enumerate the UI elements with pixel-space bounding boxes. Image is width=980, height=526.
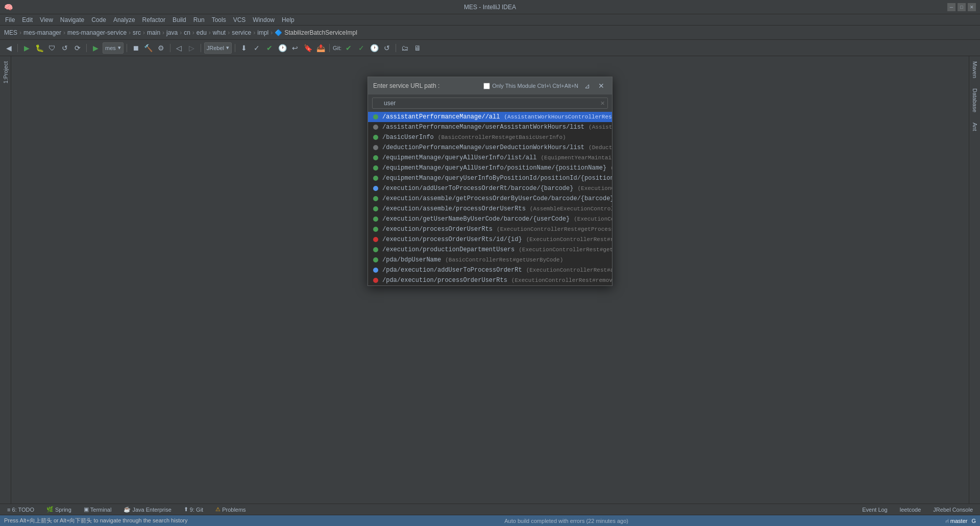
breadcrumb-java[interactable]: java [166,29,178,36]
result-item[interactable]: /execution/assemble/getProcessOrderByUse… [368,194,612,204]
toolbar-run-btn[interactable]: ▶ [21,42,32,54]
toolbar-nav-back-btn[interactable]: ◁ [174,42,185,54]
only-this-module-checkbox[interactable] [483,83,490,89]
breadcrumb-mes-manager-service[interactable]: mes-manager-service [67,29,127,36]
toolbar-refresh-btn[interactable]: ↺ [59,42,70,54]
tab-java-enterprise[interactable]: ☕ Java Enterprise [120,504,174,515]
toolbar-git-clock[interactable]: 🕐 [369,42,380,54]
close-button[interactable]: ✕ [968,3,976,11]
toolbar-back-btn[interactable]: ◀ [3,42,14,54]
result-item[interactable]: /equipmentManage/queryAllUserInfo/list/a… [368,153,612,163]
result-item[interactable]: /execution/processOrderUserRts (Executio… [368,224,612,234]
result-item[interactable]: /assistantPerformanceManage//all (Assist… [368,112,612,122]
tab-spring[interactable]: 🌿 Spring [43,504,75,515]
sidebar-database-tab[interactable]: Database [970,85,979,115]
toolbar-git-back[interactable]: ↺ [381,42,393,54]
toolbar-build-btn[interactable]: 🔨 [143,42,154,54]
result-item[interactable]: /execution/getUserNameByUserCode/barcode… [368,214,612,224]
breadcrumb-mes[interactable]: MES [4,29,17,36]
service-url-search-input[interactable] [372,98,608,109]
toolbar-coverage-btn[interactable]: 🛡 [46,42,58,54]
toolbar-remote-dev[interactable]: 🖥 [412,42,423,54]
result-meta: (AssembleExecutionControllerRest#getProc… [530,206,612,212]
menu-edit[interactable]: Edit [19,15,36,25]
toolbar-nav-forward-btn[interactable]: ▷ [186,42,198,54]
result-item[interactable]: /assistantPerformanceManage/userAssistan… [368,122,612,132]
dialog-filter-btn[interactable]: ⊿ [581,80,593,91]
menu-window[interactable]: Window [250,15,278,25]
dialog-settings-btn[interactable]: ✕ [596,80,607,91]
tab-jrebel-console[interactable]: JRebel Console [930,504,976,515]
tab-event-log[interactable]: Event Log [859,504,891,515]
sidebar-ant-tab[interactable]: Ant [970,119,979,134]
java-enterprise-icon: ☕ [124,506,131,513]
only-this-module-label[interactable]: Only This Module Ctrl+\ Ctrl+Alt+N [483,83,578,89]
results-list: /assistantPerformanceManage//all (Assist… [368,112,612,285]
maximize-button[interactable]: □ [958,3,966,11]
result-item[interactable]: /pda/bdpUserName (BasicControllerRest#ge… [368,255,612,265]
clear-search-icon[interactable]: ✕ [600,100,605,107]
breadcrumb-src[interactable]: src [133,29,141,36]
result-item[interactable]: /equipmentManage/queryAllUserInfo/positi… [368,163,612,173]
title-bar: 🧠 MES - IntelliJ IDEA ─ □ ✕ [0,0,980,14]
menu-refactor[interactable]: Refactor [139,15,168,25]
breadcrumb-whut[interactable]: whut [213,29,226,36]
toolbar-vcs-push[interactable]: ✔ [264,42,275,54]
minimize-button[interactable]: ─ [947,3,955,11]
breadcrumb-service[interactable]: service [232,29,251,36]
menu-analyze[interactable]: Analyze [110,15,138,25]
breadcrumb-cn[interactable]: cn [184,29,190,36]
result-item[interactable]: /deductionPerformanceManage/userDeductio… [368,142,612,153]
editor-area: Enter service URL path : Only This Modul… [11,56,969,504]
result-item[interactable]: /pda/execution/processOrderUserRts (Exec… [368,275,612,285]
toolbar-vcs-history[interactable]: 🕐 [277,42,288,54]
master-branch[interactable]: ⑁ master [945,518,968,524]
menu-view[interactable]: View [37,15,56,25]
result-item[interactable]: /pda/execution/addUserToProcessOrderRt (… [368,265,612,275]
breadcrumb-main[interactable]: main [147,29,160,36]
toolbar-reload-btn[interactable]: ⟳ [72,42,83,54]
toolbar-debug-btn[interactable]: 🐛 [34,42,45,54]
toolbar-git-check2[interactable]: ✓ [356,42,367,54]
result-item[interactable]: /execution/assemble/processOrderUserRts … [368,204,612,214]
toolbar-share[interactable]: 📤 [315,42,326,54]
result-dot [373,247,378,252]
breadcrumb-edu[interactable]: edu [197,29,207,36]
toolbar-git-check[interactable]: ✔ [343,42,354,54]
result-item[interactable]: /execution/productionDepartmentUsers (Ex… [368,245,612,255]
toolbar-bookmark[interactable]: 🔖 [302,42,313,54]
toolbar-vcs-update[interactable]: ⬇ [238,42,250,54]
breadcrumb-mes-manager[interactable]: mes-manager [23,29,61,36]
breadcrumb-active-file[interactable]: StabilizerBatchServiceImpl [284,29,357,36]
module-dropdown[interactable]: mes ▾ [103,42,124,54]
result-dot [373,257,378,262]
tab-leetcode[interactable]: leetcode [897,504,924,515]
tab-todo[interactable]: ≡ 6: TODO [4,504,37,515]
toolbar-search-everywhere[interactable]: 🗂 [399,42,410,54]
tab-git[interactable]: ⬆ 9: Git [181,504,206,515]
menu-vcs[interactable]: VCS [230,15,249,25]
menu-tools[interactable]: Tools [209,15,229,25]
toolbar-stop-btn[interactable]: ⏹ [130,42,141,54]
menu-code[interactable]: Code [88,15,109,25]
result-item[interactable]: /basicUserInfo (BasicControllerRest#getB… [368,132,612,142]
toolbar-vcs-commit[interactable]: ✓ [251,42,262,54]
menu-navigate[interactable]: Navigate [57,15,87,25]
tab-terminal[interactable]: ▣ Terminal [81,504,115,515]
result-item[interactable]: /execution/addUserToProcessOrderRt/barco… [368,183,612,194]
toolbar-vcs-revert[interactable]: ↩ [289,42,301,54]
toolbar-sdk-btn[interactable]: ⚙ [156,42,167,54]
sidebar-maven-tab[interactable]: Maven [970,58,979,81]
toolbar-play-btn[interactable]: ▶ [90,42,101,54]
jrebel-dropdown[interactable]: JRebel ▾ [204,42,232,54]
result-item[interactable]: /execution/processOrderUserRts/id/{id} (… [368,234,612,245]
tab-problems[interactable]: ⚠ Problems [212,504,249,515]
menu-file[interactable]: File [2,15,18,25]
sidebar-project-tab[interactable]: 1:Project [1,58,10,86]
menu-build[interactable]: Build [169,15,189,25]
result-meta: (DeductionWorkHoursControllerToPage#toDe… [589,145,612,151]
menu-help[interactable]: Help [279,15,298,25]
breadcrumb-impl[interactable]: impl [257,29,268,36]
result-item[interactable]: /equipmentManage/queryUserInfoByPosition… [368,173,612,183]
menu-run[interactable]: Run [190,15,208,25]
